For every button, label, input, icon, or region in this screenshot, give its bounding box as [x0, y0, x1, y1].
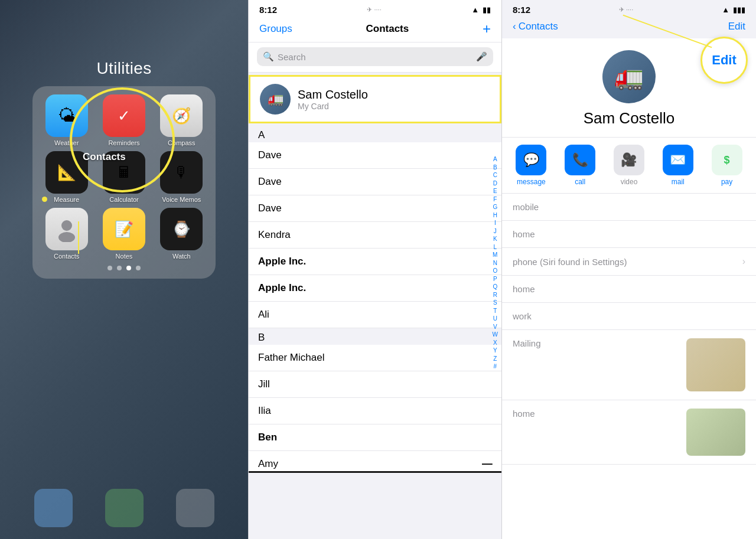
- detail-nav: ‹ Contacts Edit: [502, 17, 756, 38]
- search-input[interactable]: Search: [278, 52, 472, 62]
- alpha-j[interactable]: J: [490, 227, 500, 236]
- info-row-mailing[interactable]: Mailing: [502, 330, 756, 400]
- list-item[interactable]: Dave: [249, 142, 501, 169]
- contacts-nav: Groups Contacts +: [249, 17, 501, 43]
- groups-button[interactable]: Groups: [259, 23, 292, 35]
- alpha-l[interactable]: L: [490, 243, 500, 251]
- pay-label: pay: [721, 178, 732, 186]
- mail-action[interactable]: ✉️ mail: [657, 145, 699, 186]
- app-compass[interactable]: 🧭 Compass: [155, 94, 208, 146]
- status-bar-detail: 8:12 ✈ ···· ▲ ▮▮▮: [502, 0, 756, 17]
- video-label: video: [621, 178, 638, 186]
- alpha-u[interactable]: U: [490, 315, 500, 323]
- video-action[interactable]: 🎥 video: [608, 145, 650, 186]
- dot-1: [107, 266, 112, 270]
- alpha-r[interactable]: R: [490, 291, 500, 299]
- alpha-y[interactable]: Y: [490, 347, 500, 355]
- pay-action[interactable]: $ pay: [706, 145, 748, 186]
- edit-button[interactable]: Edit: [728, 21, 745, 32]
- alpha-q[interactable]: Q: [490, 283, 500, 291]
- alpha-h[interactable]: H: [490, 211, 500, 220]
- list-item[interactable]: Kendra: [249, 222, 501, 249]
- alpha-i[interactable]: I: [490, 219, 500, 227]
- action-buttons: 💬 message 📞 call 🎥 video ✉️ mail $ pay: [502, 138, 756, 194]
- alpha-f[interactable]: F: [490, 195, 500, 204]
- app-watch[interactable]: ⌚ Watch: [155, 208, 208, 260]
- app-watch-label: Watch: [172, 253, 191, 260]
- info-row-siri[interactable]: phone (Siri found in Settings) ›: [502, 248, 756, 276]
- app-measure-label: Measure: [54, 196, 79, 203]
- alpha-b[interactable]: B: [490, 164, 500, 172]
- detail-content: 🚛 Sam Costello 💬 message 📞 call 🎥 video …: [502, 38, 756, 539]
- list-item[interactable]: Dave: [249, 195, 501, 222]
- notes-icon: 📝: [103, 208, 145, 250]
- alpha-e[interactable]: E: [490, 187, 500, 195]
- alpha-x[interactable]: X: [490, 339, 500, 347]
- my-card-info: Sam Costello My Card: [298, 88, 368, 111]
- call-action[interactable]: 📞 call: [559, 145, 601, 186]
- list-item[interactable]: Ben: [249, 424, 501, 451]
- add-contact-button[interactable]: +: [483, 22, 491, 36]
- alpha-o[interactable]: O: [490, 267, 500, 275]
- my-card-row[interactable]: 🚛 Sam Costello My Card: [249, 75, 501, 123]
- alpha-t[interactable]: T: [490, 307, 500, 315]
- mailing-map-thumb: [686, 338, 745, 391]
- alpha-c[interactable]: C: [490, 171, 500, 179]
- alpha-p[interactable]: P: [490, 275, 500, 283]
- alpha-z[interactable]: Z: [490, 355, 500, 363]
- list-item[interactable]: Dave: [249, 169, 501, 195]
- alpha-n[interactable]: N: [490, 259, 500, 267]
- alpha-k[interactable]: K: [490, 235, 500, 243]
- list-item[interactable]: Apple Inc.: [249, 249, 501, 275]
- back-chevron-icon: ‹: [513, 21, 516, 32]
- info-row-home2[interactable]: home: [502, 276, 756, 303]
- alpha-v[interactable]: V: [490, 323, 500, 331]
- contacts-highlight-label: Contacts: [83, 151, 126, 163]
- weather-icon: 🌤: [45, 94, 88, 137]
- contact-avatar-large: 🚛: [602, 50, 656, 103]
- alpha-index[interactable]: A B C D E F G H I J K L M N O P Q R S T …: [490, 155, 500, 371]
- my-card-avatar: 🚛: [260, 84, 291, 115]
- alpha-d[interactable]: D: [490, 179, 500, 188]
- alpha-w[interactable]: W: [490, 331, 500, 339]
- info-row-work[interactable]: work: [502, 303, 756, 330]
- dot-2: [117, 266, 122, 270]
- alpha-a[interactable]: A: [490, 155, 500, 164]
- info-row-mobile[interactable]: mobile: [502, 194, 756, 221]
- alpha-m[interactable]: M: [490, 251, 500, 259]
- my-card-sub: My Card: [298, 102, 368, 111]
- search-bar: 🔍 Search 🎤: [249, 43, 501, 73]
- alpha-s[interactable]: S: [490, 299, 500, 307]
- app-contacts-grid-label: Contacts: [54, 253, 79, 260]
- app-notes[interactable]: 📝 Notes: [97, 208, 151, 260]
- alpha-hash[interactable]: #: [490, 362, 500, 371]
- microphone-icon[interactable]: 🎤: [476, 51, 487, 62]
- app-contacts-grid[interactable]: Contacts: [40, 208, 93, 260]
- message-action[interactable]: 💬 message: [510, 145, 552, 186]
- battery-icon-detail: ▮▮▮: [733, 5, 745, 14]
- dock-icon-3[interactable]: [176, 489, 214, 527]
- list-item[interactable]: Jill: [249, 371, 501, 398]
- back-button[interactable]: ‹ Contacts: [513, 21, 558, 32]
- list-item[interactable]: Amy ⸻: [249, 451, 501, 473]
- list-item[interactable]: Apple Inc.: [249, 275, 501, 302]
- app-weather[interactable]: 🌤 Weather: [40, 94, 93, 146]
- list-item[interactable]: Ali: [249, 302, 501, 328]
- section-header-b: B: [249, 328, 501, 345]
- contacts-list: A Dave Dave Dave Kendra Apple Inc. Apple…: [249, 126, 501, 539]
- list-item[interactable]: Father Michael: [249, 345, 501, 371]
- dock-icon-2[interactable]: [105, 489, 144, 527]
- list-item[interactable]: Ilia: [249, 398, 501, 424]
- home2-label: home: [513, 284, 535, 294]
- info-row-home1[interactable]: home: [502, 221, 756, 248]
- info-row-home3[interactable]: home: [502, 400, 756, 465]
- alpha-g[interactable]: G: [490, 203, 500, 211]
- dock-icon-1[interactable]: [34, 489, 73, 527]
- folder-title: Utilities: [32, 59, 216, 78]
- app-voicememos[interactable]: 🎙 Voice Memos: [155, 151, 208, 203]
- contact-detail-panel: 8:12 ✈ ···· ▲ ▮▮▮ ‹ Contacts Edit Edit 🚛…: [502, 0, 756, 539]
- contacts-list-panel: 8:12 ✈ ···· ▲ ▮▮ Groups Contacts + 🔍 Sea…: [248, 0, 502, 539]
- home1-label: home: [513, 229, 535, 239]
- search-input-wrap[interactable]: 🔍 Search 🎤: [257, 47, 493, 66]
- app-reminders[interactable]: ✓ Reminders: [97, 94, 151, 146]
